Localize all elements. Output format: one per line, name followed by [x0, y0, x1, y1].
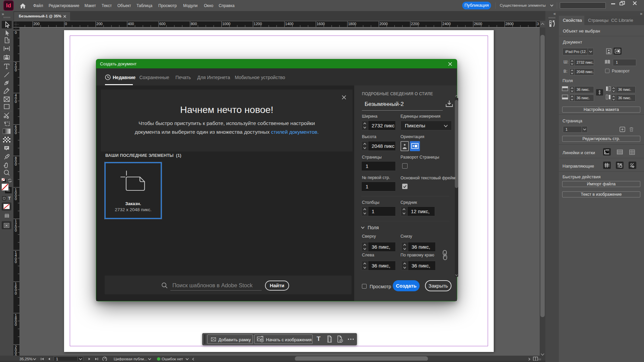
- svg-text:3: 3: [537, 22, 539, 26]
- svg-text:1200: 1200: [254, 22, 262, 26]
- svg-text:1000: 1000: [222, 22, 230, 26]
- svg-text:1600: 1600: [317, 22, 325, 26]
- svg-text:200: 200: [15, 62, 17, 72]
- svg-text:600: 600: [159, 22, 165, 26]
- svg-text:2400: 2400: [442, 22, 450, 26]
- svg-text:1200: 1200: [15, 219, 17, 232]
- svg-text:200: 200: [34, 22, 40, 26]
- svg-text:1800: 1800: [348, 22, 356, 26]
- svg-text:1000: 1000: [15, 188, 17, 201]
- svg-text:2000: 2000: [15, 345, 17, 356]
- svg-text:1600: 1600: [15, 282, 17, 295]
- svg-text:2600: 2600: [474, 22, 482, 26]
- svg-text:400: 400: [128, 22, 134, 26]
- svg-text:0: 0: [15, 31, 17, 35]
- svg-text:2200: 2200: [411, 22, 419, 26]
- svg-text:200: 200: [96, 22, 102, 26]
- svg-text:800: 800: [15, 156, 17, 166]
- svg-text:1400: 1400: [285, 22, 293, 26]
- svg-text:0: 0: [65, 22, 67, 26]
- svg-text:1800: 1800: [15, 313, 17, 327]
- svg-text:400: 400: [15, 93, 17, 103]
- svg-text:2800: 2800: [505, 22, 514, 26]
- svg-text:1400: 1400: [15, 250, 17, 264]
- svg-text:2000: 2000: [380, 22, 388, 26]
- svg-text:600: 600: [15, 125, 17, 135]
- svg-text:800: 800: [191, 22, 197, 26]
